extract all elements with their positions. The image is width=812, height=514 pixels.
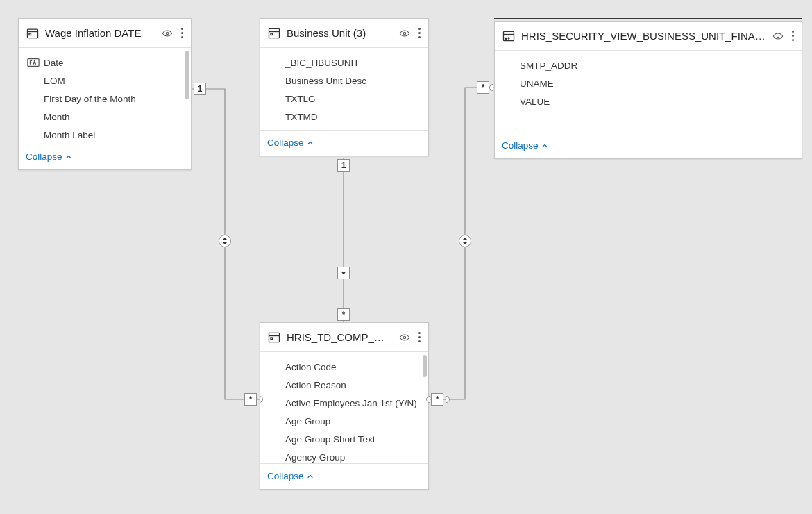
cardinality-many-marker[interactable]: *: [337, 308, 350, 321]
field-row[interactable]: EOM: [19, 72, 191, 90]
field-row[interactable]: Active Employees Jan 1st (Y/N): [260, 394, 428, 412]
card-top-accent: [494, 18, 802, 19]
card-field-list: SMTP_ADDR UNAME VALUE: [495, 51, 802, 133]
filter-direction-single-icon[interactable]: [337, 267, 350, 279]
collapse-label: Collapse: [267, 471, 304, 481]
collapse-label: Collapse: [26, 151, 62, 162]
table-card-wage-inflation-date[interactable]: Wage Inflation DATE Date EOM First Day o…: [18, 18, 192, 170]
table-card-business-unit[interactable]: Business Unit (3) _BIC_HBUSUNIT Business…: [260, 18, 429, 156]
svg-point-8: [777, 35, 779, 37]
table-icon: [267, 331, 281, 345]
card-title: HRIS_TD_COMP_WAG…: [287, 331, 396, 343]
field-label: Action Code: [285, 362, 337, 372]
more-options-icon[interactable]: [414, 331, 424, 345]
table-card-comp-wag[interactable]: HRIS_TD_COMP_WAG… Action Code Action Rea…: [260, 322, 429, 490]
relationship-endpoint-icon: [256, 396, 263, 403]
collapse-button[interactable]: Collapse: [502, 140, 548, 151]
cardinality-many-marker[interactable]: *: [431, 393, 443, 406]
field-row[interactable]: Age Group Short Text: [260, 430, 428, 448]
field-label: UNAME: [520, 78, 554, 89]
svg-point-11: [403, 336, 405, 338]
svg-rect-5: [271, 33, 273, 35]
filter-direction-both-icon[interactable]: [459, 235, 471, 247]
more-options-icon[interactable]: [788, 29, 797, 43]
table-icon: [267, 26, 281, 40]
card-footer: Collapse: [260, 130, 428, 156]
field-row[interactable]: SMTP_ADDR: [495, 56, 802, 74]
filter-direction-both-icon[interactable]: [219, 235, 231, 247]
card-field-list: Action Code Action Reason Active Employe…: [260, 352, 428, 463]
collapse-button[interactable]: Collapse: [267, 471, 314, 481]
field-label: Date: [44, 58, 64, 68]
visibility-icon[interactable]: [772, 31, 784, 42]
field-row[interactable]: First Day of the Month: [19, 90, 191, 108]
field-label: TXTLG: [285, 94, 316, 104]
field-row[interactable]: UNAME: [495, 74, 802, 92]
svg-point-6: [403, 32, 405, 34]
cardinality-many-marker[interactable]: *: [244, 393, 257, 406]
relationship-endpoint-icon: [443, 396, 450, 403]
field-row[interactable]: TXTMD: [260, 108, 428, 126]
card-footer: Collapse: [495, 133, 802, 158]
directquery-table-icon: [502, 29, 516, 43]
more-options-icon[interactable]: [414, 26, 424, 40]
chevron-up-icon: [307, 473, 314, 480]
card-field-list: Date EOM First Day of the Month Month Mo…: [19, 48, 191, 144]
field-row[interactable]: Action Code: [260, 358, 428, 376]
field-label: Business Unit Desc: [285, 76, 366, 86]
svg-rect-1: [29, 33, 31, 35]
field-label: First Day of the Month: [44, 94, 136, 104]
field-label: Month: [44, 112, 70, 122]
collapse-button[interactable]: Collapse: [267, 138, 314, 148]
collapse-button[interactable]: Collapse: [26, 151, 72, 162]
scrollbar[interactable]: [185, 51, 189, 99]
field-label: Agency Group: [285, 452, 345, 463]
field-row[interactable]: Month: [19, 108, 191, 126]
field-row[interactable]: Action Reason: [260, 376, 428, 394]
chevron-up-icon: [541, 142, 548, 149]
card-header: HRIS_SECURITY_VIEW_BUSINESS_UNIT_FINAL (…: [495, 22, 802, 51]
field-label: Age Group: [285, 416, 330, 426]
model-canvas[interactable]: Wage Inflation DATE Date EOM First Day o…: [0, 0, 812, 514]
table-card-security-view[interactable]: HRIS_SECURITY_VIEW_BUSINESS_UNIT_FINAL (…: [494, 21, 802, 159]
card-header: Wage Inflation DATE: [19, 19, 191, 48]
card-field-list: _BIC_HBUSUNIT Business Unit Desc TXTLG T…: [260, 48, 428, 130]
field-row[interactable]: TXTLG: [260, 90, 428, 108]
field-label: Age Group Short Text: [285, 434, 375, 445]
field-label: _BIC_HBUSUNIT: [285, 58, 360, 68]
collapse-label: Collapse: [502, 140, 539, 151]
field-row[interactable]: VALUE: [495, 92, 802, 110]
date-table-icon: [26, 26, 40, 40]
field-row[interactable]: Business Unit Desc: [260, 72, 428, 90]
card-footer: Collapse: [260, 463, 428, 489]
visibility-icon[interactable]: [162, 28, 173, 39]
cardinality-one-marker[interactable]: 1: [337, 159, 350, 172]
field-row[interactable]: Date: [19, 53, 191, 72]
field-label: TXTMD: [285, 112, 318, 122]
card-title: Wage Inflation DATE: [45, 27, 159, 39]
field-row[interactable]: _BIC_HBUSUNIT: [260, 53, 428, 72]
field-label: Month Label: [44, 130, 95, 140]
cardinality-one-marker[interactable]: 1: [194, 83, 206, 95]
field-row[interactable]: Agency Group: [260, 448, 428, 463]
visibility-icon[interactable]: [399, 332, 410, 343]
card-title: HRIS_SECURITY_VIEW_BUSINESS_UNIT_FINAL (…: [521, 30, 770, 42]
card-header: Business Unit (3): [260, 19, 428, 48]
svg-point-2: [166, 32, 168, 34]
chevron-up-icon: [307, 140, 314, 147]
svg-rect-10: [271, 338, 273, 340]
cardinality-many-marker[interactable]: *: [477, 81, 489, 94]
field-row[interactable]: Month Label: [19, 126, 191, 144]
text-type-icon: [27, 58, 40, 67]
visibility-icon[interactable]: [399, 28, 410, 39]
card-footer: Collapse: [19, 144, 191, 169]
field-label: SMTP_ADDR: [520, 60, 577, 71]
field-row[interactable]: Age Group: [260, 412, 428, 430]
chevron-up-icon: [65, 154, 72, 160]
card-title: Business Unit (3): [287, 27, 396, 39]
scrollbar[interactable]: [423, 355, 427, 377]
collapse-label: Collapse: [267, 138, 304, 148]
card-header: HRIS_TD_COMP_WAG…: [260, 323, 428, 352]
more-options-icon[interactable]: [177, 26, 187, 40]
field-label: Active Employees Jan 1st (Y/N): [285, 398, 417, 408]
